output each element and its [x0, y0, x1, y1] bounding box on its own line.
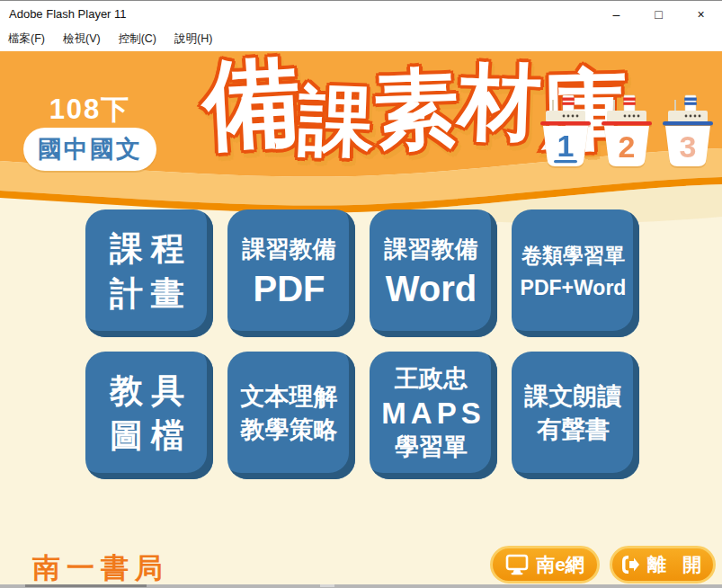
pager-active-underline: [554, 160, 577, 163]
tile-line: 計畫: [102, 272, 192, 316]
tile-teaching-aid-images[interactable]: 教具 圖檔: [85, 352, 213, 479]
exit-label: 離 開: [647, 552, 707, 577]
tile-maps-worksheet[interactable]: 王政忠 MAPS 學習單: [370, 352, 497, 479]
menu-bar: 檔案(F) 檢視(V) 控制(C) 說明(H): [0, 27, 722, 51]
tile-worksheet-pdf-word[interactable]: 卷類學習單 PDF+Word: [512, 209, 639, 337]
minimize-button[interactable]: –: [595, 1, 637, 28]
nan-e-web-label: 南e網: [536, 552, 584, 577]
tile-line: 圖檔: [102, 414, 192, 459]
tile-line: 教具: [102, 369, 192, 414]
pager-boat-1[interactable]: 1: [539, 91, 592, 172]
title-char: 素: [372, 66, 459, 153]
tile-line: 卷類學習單: [521, 239, 625, 272]
title-char: 課: [298, 83, 376, 161]
nan-e-web-button[interactable]: 南e網: [490, 546, 600, 584]
title-char: 材: [457, 58, 542, 144]
window-title: Adobe Flash Player 11: [9, 7, 127, 21]
tile-textbook-pdf[interactable]: 課習教備 PDF: [227, 209, 355, 337]
menu-file[interactable]: 檔案(F): [0, 27, 54, 51]
tile-line: MAPS: [377, 396, 485, 432]
tile-line: 課文朗讀: [525, 380, 622, 413]
maximize-button[interactable]: □: [637, 1, 680, 28]
window-titlebar: Adobe Flash Player 11 – □ ×: [0, 0, 722, 27]
exit-button[interactable]: 離 開: [610, 546, 716, 584]
tile-line: 學習單: [395, 431, 468, 463]
tile-textbook-word[interactable]: 課習教備 Word: [370, 209, 497, 337]
tile-line: 文本理解: [241, 380, 338, 413]
edge-artifact: [320, 584, 334, 587]
flash-player-window: Adobe Flash Player 11 – □ × 檔案(F) 檢視(V) …: [0, 0, 722, 588]
subject-pill: 國中國文: [23, 128, 156, 171]
pager-boat-3[interactable]: 3: [662, 91, 714, 172]
subject-label: 國中國文: [38, 133, 142, 165]
publisher-logo: 南一書局: [32, 549, 169, 587]
pager-number-3: 3: [680, 129, 697, 164]
tile-line: 教學策略: [241, 414, 338, 446]
edge-artifact: [25, 584, 147, 587]
exit-icon: [619, 554, 640, 575]
material-grid: 課程 計畫 課習教備 PDF 課習教備 Word 卷類學習單 PDF+Word …: [85, 209, 639, 479]
pager-number-2: 2: [619, 129, 636, 164]
tile-line: PDF: [254, 267, 325, 310]
pager-boat-2[interactable]: 2: [601, 91, 653, 172]
menu-control[interactable]: 控制(C): [110, 27, 165, 51]
tile-course-plan[interactable]: 課程 計畫: [85, 209, 213, 337]
tile-audio-book[interactable]: 課文朗讀 有聲書: [512, 352, 639, 479]
window-controls: – □ ×: [595, 1, 722, 28]
menu-view[interactable]: 檢視(V): [54, 27, 110, 51]
menu-help[interactable]: 說明(H): [165, 27, 221, 51]
flash-stage: 108下 國中國文 備 課 素 材 庫 1: [0, 51, 722, 588]
tile-line: Word: [386, 267, 477, 310]
tile-line: 王政忠: [395, 362, 468, 395]
pager-number-1: 1: [557, 129, 575, 163]
close-button[interactable]: ×: [680, 1, 722, 28]
tile-line: 課程: [102, 227, 192, 272]
tile-line: 課習教備: [385, 232, 478, 267]
tile-line: 有聲書: [537, 414, 610, 446]
tile-text-comprehension[interactable]: 文本理解 教學策略: [227, 352, 355, 479]
title-char: 備: [201, 52, 303, 155]
window-bottom-edge: [0, 584, 722, 588]
tile-line: 課習教備: [243, 232, 336, 267]
monitor-icon: [505, 554, 529, 575]
semester-label: 108下: [27, 91, 153, 129]
tile-line: PDF+Word: [521, 272, 627, 304]
